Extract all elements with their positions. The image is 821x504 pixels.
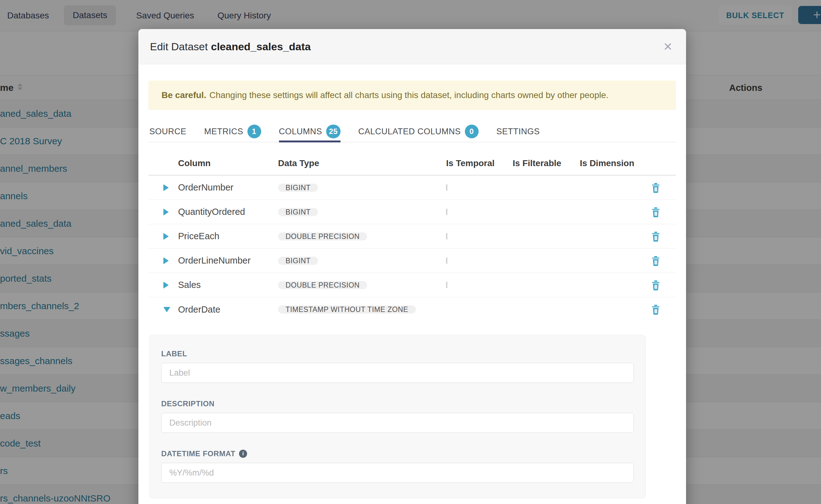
column-name: OrderNumber bbox=[178, 182, 278, 193]
warning-banner: Be careful.Changing these settings will … bbox=[148, 81, 676, 110]
data-type-pill: BIGINT bbox=[278, 208, 318, 216]
description-input[interactable] bbox=[161, 413, 634, 433]
metrics-count-badge: 1 bbox=[247, 125, 261, 138]
caret-right-icon[interactable] bbox=[163, 233, 169, 240]
is-temporal-checkbox[interactable] bbox=[446, 233, 448, 240]
tab-bar: SOURCE METRICS1 COLUMNS25 CALCULATED COL… bbox=[148, 121, 676, 142]
header-data-type: Data Type bbox=[278, 158, 446, 168]
column-row-orderdate: OrderDate TIMESTAMP WITHOUT TIME ZONE bbox=[148, 297, 676, 322]
warning-text: Changing these settings will affect all … bbox=[209, 90, 608, 100]
tab-metrics[interactable]: METRICS1 bbox=[204, 121, 261, 142]
modal-title-prefix: Edit Dataset bbox=[150, 41, 208, 52]
datetime-format-field-label: DATETIME FORMAT i bbox=[161, 449, 645, 458]
caret-right-icon[interactable] bbox=[163, 282, 169, 289]
trash-icon[interactable] bbox=[651, 206, 660, 218]
modal-header: Edit Datasetcleaned_sales_data ✕ bbox=[138, 29, 686, 64]
header-is-temporal: Is Temporal bbox=[446, 158, 513, 168]
trash-icon[interactable] bbox=[651, 231, 660, 242]
column-name: Sales bbox=[178, 280, 278, 290]
column-row-priceeach: PriceEach DOUBLE PRECISION bbox=[148, 224, 676, 249]
is-temporal-checkbox[interactable] bbox=[446, 257, 448, 264]
modal-title: Edit Datasetcleaned_sales_data bbox=[150, 41, 311, 53]
app-root: Databases Datasets Saved Queries Query H… bbox=[0, 0, 821, 504]
data-type-pill: BIGINT bbox=[278, 184, 318, 192]
column-name: PriceEach bbox=[178, 231, 278, 241]
tab-columns[interactable]: COLUMNS25 bbox=[279, 121, 340, 142]
info-icon[interactable]: i bbox=[239, 450, 247, 458]
description-field-label: DESCRIPTION bbox=[161, 399, 645, 408]
tab-calculated-columns[interactable]: CALCULATED COLUMNS0 bbox=[358, 121, 479, 142]
caret-down-icon[interactable] bbox=[163, 307, 170, 312]
caret-right-icon[interactable] bbox=[163, 184, 169, 191]
trash-icon[interactable] bbox=[651, 182, 660, 193]
edit-dataset-modal: Edit Datasetcleaned_sales_data ✕ Be care… bbox=[138, 29, 686, 504]
close-icon[interactable]: ✕ bbox=[663, 29, 673, 64]
is-temporal-checkbox[interactable] bbox=[446, 184, 448, 191]
is-temporal-checkbox[interactable] bbox=[446, 282, 448, 288]
label-field: LABEL bbox=[161, 349, 645, 399]
column-detail-panel: LABEL DESCRIPTION DATETIME FORMAT i bbox=[149, 335, 646, 498]
caret-right-icon[interactable] bbox=[163, 209, 169, 215]
column-row-quantityordered: QuantityOrdered BIGINT bbox=[148, 200, 676, 224]
column-row-orderlinenumber: OrderLineNumber BIGINT bbox=[148, 249, 676, 273]
label-field-label: LABEL bbox=[161, 349, 645, 358]
datetime-format-input[interactable] bbox=[161, 463, 634, 483]
datetime-format-field: DATETIME FORMAT i bbox=[161, 449, 645, 499]
column-row-ordernumber: OrderNumber BIGINT bbox=[148, 175, 676, 200]
modal-dataset-name: cleaned_sales_data bbox=[211, 41, 310, 52]
label-input[interactable] bbox=[161, 363, 634, 383]
column-name: OrderLineNumber bbox=[178, 255, 278, 266]
header-column: Column bbox=[178, 158, 278, 168]
column-row-sales: Sales DOUBLE PRECISION bbox=[148, 273, 676, 297]
tab-source[interactable]: SOURCE bbox=[149, 121, 186, 142]
columns-count-badge: 25 bbox=[326, 125, 340, 138]
data-type-pill: DOUBLE PRECISION bbox=[278, 281, 367, 289]
modal-body: Be careful.Changing these settings will … bbox=[138, 81, 686, 498]
is-temporal-checkbox[interactable] bbox=[446, 209, 448, 215]
header-is-filterable: Is Filterable bbox=[513, 158, 580, 168]
column-name: OrderDate bbox=[178, 304, 278, 315]
data-type-pill: DOUBLE PRECISION bbox=[278, 232, 367, 240]
trash-icon[interactable] bbox=[651, 304, 660, 315]
data-type-pill: BIGINT bbox=[278, 257, 318, 265]
tab-settings[interactable]: SETTINGS bbox=[497, 121, 540, 142]
trash-icon[interactable] bbox=[651, 255, 660, 266]
trash-icon[interactable] bbox=[651, 279, 660, 291]
columns-table: Column Data Type Is Temporal Is Filterab… bbox=[148, 152, 676, 322]
calculated-columns-count-badge: 0 bbox=[465, 125, 479, 138]
warning-bold: Be careful. bbox=[161, 90, 206, 100]
column-name: QuantityOrdered bbox=[178, 207, 278, 217]
header-is-dimension: Is Dimension bbox=[580, 158, 635, 168]
description-field: DESCRIPTION bbox=[161, 399, 645, 449]
columns-table-header: Column Data Type Is Temporal Is Filterab… bbox=[148, 152, 676, 175]
caret-right-icon[interactable] bbox=[163, 257, 169, 264]
data-type-pill: TIMESTAMP WITHOUT TIME ZONE bbox=[278, 305, 416, 314]
